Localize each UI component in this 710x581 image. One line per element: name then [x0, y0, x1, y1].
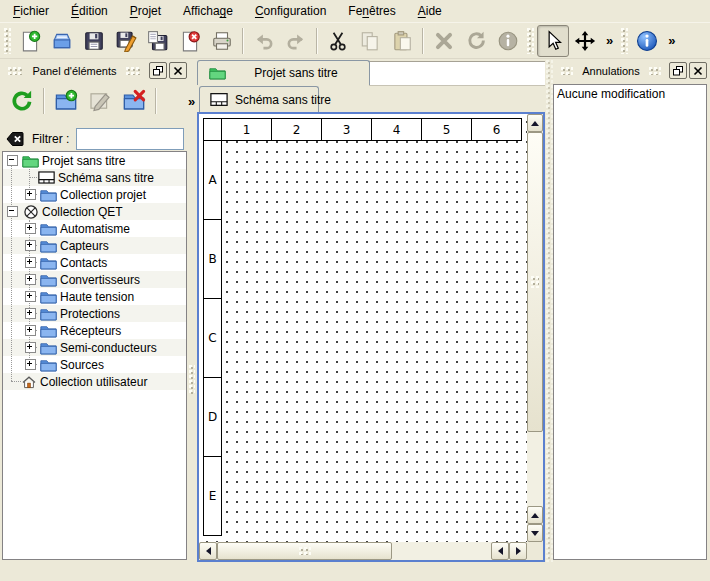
tree-item-haute-tension[interactable]: Haute tension	[3, 288, 186, 305]
tree-item-recepteurs[interactable]: Récepteurs	[3, 322, 186, 339]
menu-item-projet[interactable]: Projet	[119, 1, 172, 21]
tree-item-capteurs[interactable]: Capteurs	[3, 237, 186, 254]
save-all-button[interactable]	[142, 25, 174, 57]
tree-expander-collapsed[interactable]	[25, 189, 36, 200]
toolbar-handle[interactable]	[527, 28, 534, 54]
redo-button[interactable]	[280, 25, 312, 57]
undo-panel-close-button[interactable]	[689, 62, 707, 79]
copy-button[interactable]	[354, 25, 386, 57]
move-tool-button[interactable]	[569, 25, 601, 57]
tree-item-label: Contacts	[60, 256, 107, 270]
tree-expander-collapsed[interactable]	[25, 308, 36, 319]
scroll-up-button[interactable]	[527, 114, 543, 132]
new-document-button[interactable]	[14, 25, 46, 57]
tree-expander-collapsed[interactable]	[25, 223, 36, 234]
project-tab-label: Projet sans titre	[233, 66, 359, 80]
menu-item-fenetres[interactable]: Fenêtres	[337, 1, 406, 21]
scroll-left-button[interactable]	[491, 542, 509, 560]
new-category-button[interactable]	[49, 84, 83, 118]
undo-history-item[interactable]: Aucune modification	[554, 85, 706, 103]
element-panel-float-button[interactable]	[149, 62, 167, 79]
folder-icon	[40, 187, 57, 203]
horizontal-scrollbar[interactable]	[199, 542, 527, 560]
tree-item-protections[interactable]: Protections	[3, 305, 186, 322]
vertical-scrollbar[interactable]	[527, 114, 543, 542]
element-panel-close-button[interactable]	[169, 62, 187, 79]
frame-row-header: B	[204, 220, 222, 299]
toolbar-handle[interactable]	[621, 28, 628, 54]
cut-button[interactable]	[322, 25, 354, 57]
tree-item-projet-sans-titre[interactable]: Projet sans titre	[3, 152, 186, 169]
about-button[interactable]	[631, 25, 663, 57]
scroll-right-button[interactable]	[509, 542, 527, 560]
refresh-icon	[10, 89, 34, 113]
tree-expander-collapsed[interactable]	[25, 342, 36, 353]
element-tree[interactable]: Projet sans titreSchéma sans titreCollec…	[2, 151, 187, 560]
tree-expander-expanded[interactable]	[7, 155, 18, 166]
dock-close-icon	[693, 66, 703, 76]
undo-history-list[interactable]: Aucune modification	[553, 84, 707, 560]
project-folder-icon	[22, 153, 39, 169]
delete-category-button[interactable]	[117, 84, 151, 118]
element-panel-titlebar[interactable]: Panel d'éléments	[2, 62, 187, 79]
horizontal-scroll-thumb[interactable]	[217, 542, 392, 560]
rotate-button[interactable]	[460, 25, 492, 57]
menu-item-aide[interactable]: Aide	[407, 1, 453, 21]
diagram-canvas[interactable]: 123456ABCDE	[199, 114, 527, 542]
move-tool-icon	[574, 30, 596, 52]
save-as-button[interactable]	[110, 25, 142, 57]
left-splitter[interactable]	[188, 60, 196, 562]
delete-button[interactable]	[428, 25, 460, 57]
scroll-down-button[interactable]	[527, 524, 543, 542]
print-button[interactable]	[206, 25, 238, 57]
tab-diagram[interactable]: Schéma sans titre	[199, 86, 319, 112]
tree-item-sources[interactable]: Sources	[3, 356, 186, 373]
qet-collection-icon	[22, 204, 39, 220]
open-icon	[51, 30, 73, 52]
clear-filter-button[interactable]	[5, 129, 25, 149]
tree-expander-collapsed[interactable]	[25, 274, 36, 285]
tree-item-automatisme[interactable]: Automatisme	[3, 220, 186, 237]
tree-expander-collapsed[interactable]	[25, 240, 36, 251]
undo-panel-titlebar[interactable]: Annulations	[555, 62, 707, 79]
filter-input[interactable]	[76, 128, 184, 150]
paste-button[interactable]	[386, 25, 418, 57]
tree-expander-collapsed[interactable]	[25, 291, 36, 302]
menu-item-edition[interactable]: Édition	[60, 1, 119, 21]
tree-item-label: Sources	[60, 358, 104, 372]
menu-item-configuration[interactable]: Configuration	[244, 1, 337, 21]
toolbar-overflow-button[interactable]: »	[663, 33, 680, 48]
close-document-button[interactable]	[174, 25, 206, 57]
right-splitter[interactable]	[546, 60, 553, 562]
tree-item-contacts[interactable]: Contacts	[3, 254, 186, 271]
tree-expander-collapsed[interactable]	[25, 359, 36, 370]
edit-category-button[interactable]	[83, 84, 117, 118]
vertical-scroll-thumb[interactable]	[527, 132, 543, 432]
undo-panel-float-button[interactable]	[669, 62, 687, 79]
toolbar-overflow-button[interactable]: »	[601, 33, 618, 48]
undo-button[interactable]	[248, 25, 280, 57]
menu-item-fichier[interactable]: Fichier	[2, 1, 60, 21]
diagram-info-button[interactable]	[492, 25, 524, 57]
cut-icon	[327, 30, 349, 52]
scroll-up-button[interactable]	[527, 506, 543, 524]
save-button[interactable]	[78, 25, 110, 57]
tree-item-collection-utilisateur[interactable]: Collection utilisateur	[3, 373, 186, 390]
tree-item-semi-conducteurs[interactable]: Semi-conducteurs	[3, 339, 186, 356]
tree-expander-collapsed[interactable]	[25, 325, 36, 336]
frame-corner-cell	[204, 119, 222, 141]
reload-collections-button[interactable]	[5, 84, 39, 118]
tabbar-empty-area	[369, 61, 545, 86]
tree-item-collection-qet[interactable]: Collection QET	[3, 203, 186, 220]
open-document-button[interactable]	[46, 25, 78, 57]
tree-item-convertisseurs[interactable]: Convertisseurs	[3, 271, 186, 288]
delete-icon	[433, 30, 455, 52]
toolbar-handle[interactable]	[4, 28, 11, 54]
select-tool-button[interactable]	[537, 25, 569, 57]
tree-expander-collapsed[interactable]	[25, 257, 36, 268]
scroll-left-button[interactable]	[199, 542, 217, 560]
tree-item-collection-projet[interactable]: Collection projet	[3, 186, 186, 203]
tab-project[interactable]: Projet sans titre	[197, 60, 370, 85]
tree-expander-expanded[interactable]	[7, 206, 18, 217]
menu-item-affichage[interactable]: Affichage	[172, 1, 244, 21]
